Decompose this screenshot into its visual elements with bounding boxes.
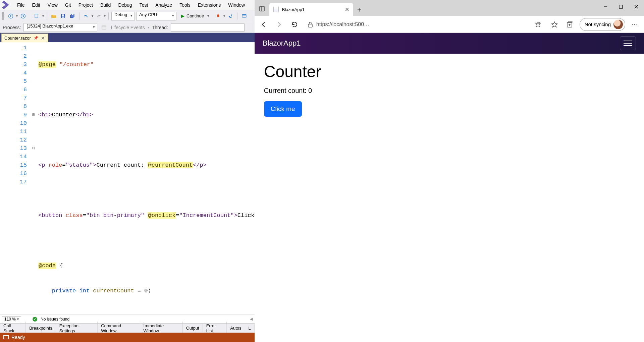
panel-locals[interactable]: L <box>245 324 255 332</box>
hot-reload-button[interactable] <box>214 12 222 20</box>
enhance-icon[interactable] <box>535 21 541 28</box>
menu-build[interactable]: Build <box>97 1 114 9</box>
menu-git[interactable]: Git <box>61 1 75 9</box>
continue-button[interactable]: ▶ Continue <box>178 12 213 20</box>
menu-extensions[interactable]: Extensions <box>194 1 224 9</box>
dropdown-caret-icon[interactable]: ▾ <box>92 14 93 18</box>
vs-logo-icon <box>2 1 11 9</box>
menu-project[interactable]: Project <box>75 1 97 9</box>
dropdown-caret-icon[interactable]: ▾ <box>42 14 44 18</box>
vs-status-bar: Ready <box>0 333 255 342</box>
nav-forward-button[interactable] <box>19 12 27 20</box>
fold-toggle-icon[interactable]: ⊟ <box>30 111 37 119</box>
dropdown-caret-icon[interactable]: ▾ <box>223 14 225 18</box>
url-text: https://localhost:500… <box>316 21 369 27</box>
restart-button[interactable] <box>226 12 234 20</box>
collections-button[interactable] <box>564 19 576 30</box>
panel-autos[interactable]: Autos <box>227 324 245 332</box>
save-all-button[interactable] <box>68 12 76 20</box>
process-select[interactable]: [15324] BlazorApp1.exe <box>23 23 97 32</box>
thread-label: Thread: <box>152 25 168 30</box>
tab-actions-button[interactable] <box>255 2 269 15</box>
hamburger-line-icon <box>624 41 632 41</box>
fold-toggle-icon[interactable]: ⊟ <box>30 144 37 153</box>
menu-file[interactable]: File <box>13 1 29 9</box>
menu-edit[interactable]: Edit <box>29 1 44 9</box>
new-tab-button[interactable]: ＋ <box>353 3 365 15</box>
undo-button[interactable] <box>82 12 90 20</box>
back-button[interactable] <box>258 19 269 30</box>
configuration-select[interactable]: Debug <box>111 12 135 20</box>
svg-rect-11 <box>102 26 106 29</box>
svg-rect-14 <box>308 24 312 27</box>
sync-status[interactable]: Not syncing <box>580 18 625 31</box>
minimize-button[interactable] <box>598 0 613 13</box>
open-file-button[interactable] <box>50 12 58 20</box>
editor-tab-counter-razor[interactable]: Counter.razor 📌 ✕ <box>1 34 48 42</box>
panel-output[interactable]: Output <box>183 324 203 332</box>
code-editor[interactable]: 1234567891011121314151617 ⊟⊟ @page "/cou… <box>0 42 255 315</box>
edge-titlebar: BlazorApp1 ✕ ＋ <box>255 0 644 16</box>
toolbar-grip-icon <box>2 12 4 20</box>
nav-toggle-button[interactable] <box>620 36 636 50</box>
menu-view[interactable]: View <box>44 1 61 9</box>
sync-label: Not syncing <box>585 21 611 27</box>
address-bar[interactable]: https://localhost:500… <box>304 21 545 28</box>
svg-rect-10 <box>242 14 246 15</box>
nav-back-button[interactable] <box>7 12 15 20</box>
new-item-button[interactable] <box>33 12 41 20</box>
issues-label: No issues found <box>41 317 69 322</box>
browser-tab-blazorapp1[interactable]: BlazorApp1 ✕ <box>269 3 353 16</box>
status-text: Ready <box>11 335 25 340</box>
svg-point-15 <box>539 22 540 23</box>
menu-test[interactable]: Test <box>136 1 152 9</box>
hamburger-line-icon <box>624 43 632 44</box>
bottom-panel-tabs: Call Stack Breakpoints Exception Setting… <box>0 323 255 333</box>
browser-link-button[interactable] <box>240 12 248 20</box>
menu-debug[interactable]: Debug <box>114 1 136 9</box>
favicon-icon <box>273 7 279 12</box>
process-label: Process: <box>3 25 21 30</box>
menu-analyze[interactable]: Analyze <box>152 1 176 9</box>
close-tab-icon[interactable]: ✕ <box>345 6 349 13</box>
lifecycle-events-icon[interactable] <box>100 23 108 32</box>
menu-tools[interactable]: Tools <box>176 1 194 9</box>
close-window-button[interactable] <box>629 0 644 13</box>
svg-rect-13 <box>619 5 623 8</box>
refresh-button[interactable] <box>289 19 300 30</box>
scroll-left-icon[interactable]: ◀ <box>250 317 253 321</box>
more-menu-button[interactable]: ⋯ <box>629 20 641 28</box>
close-tab-icon[interactable]: ✕ <box>41 36 45 41</box>
platform-select[interactable]: Any CPU <box>136 12 176 20</box>
panel-breakpoints[interactable]: Breakpoints <box>26 324 56 332</box>
svg-point-1 <box>21 14 25 18</box>
favorites-button[interactable] <box>549 19 560 30</box>
redo-button[interactable] <box>95 12 103 20</box>
code-content[interactable]: @page "/counter" <h1>Counter</h1> <p rol… <box>37 42 255 315</box>
browser-viewport: BlazorApp1 Counter Current count: 0 Clic… <box>255 33 644 342</box>
play-icon: ▶ <box>181 13 184 18</box>
thread-select[interactable] <box>171 23 245 32</box>
svg-rect-5 <box>62 16 64 18</box>
svg-rect-12 <box>260 6 264 11</box>
edge-browser-window: BlazorApp1 ✕ ＋ <box>255 0 644 342</box>
svg-point-16 <box>536 22 536 23</box>
maximize-button[interactable] <box>613 0 629 13</box>
forward-button[interactable] <box>273 19 285 30</box>
continue-label: Continue <box>186 13 204 18</box>
svg-rect-8 <box>72 14 73 15</box>
app-brand[interactable]: BlazorApp1 <box>263 39 301 48</box>
dropdown-caret-icon[interactable]: ▾ <box>16 14 18 18</box>
editor-tab-label: Counter.razor <box>4 36 31 41</box>
save-button[interactable] <box>59 12 67 20</box>
pin-icon[interactable]: 📌 <box>34 36 38 40</box>
dropdown-caret-icon[interactable]: ▾ <box>148 25 149 29</box>
menu-window[interactable]: Window <box>224 1 249 9</box>
profile-avatar-icon <box>613 20 623 29</box>
app-page: Counter Current count: 0 Click me <box>255 54 644 123</box>
fold-column[interactable]: ⊟⊟ <box>30 42 37 315</box>
svg-rect-4 <box>62 14 64 16</box>
click-me-button[interactable]: Click me <box>264 101 302 117</box>
dropdown-caret-icon[interactable]: ▾ <box>104 14 106 18</box>
lifecycle-events-label[interactable]: Lifecycle Events <box>111 25 145 30</box>
